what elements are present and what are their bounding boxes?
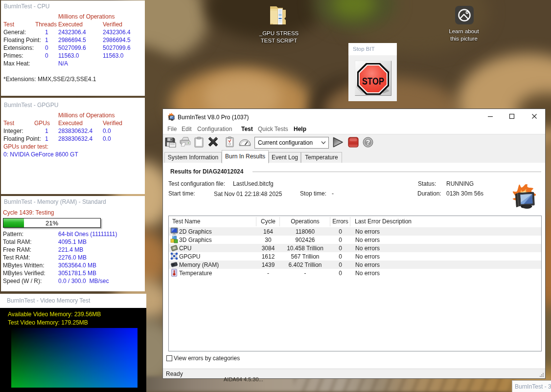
svg-text:STOP: STOP bbox=[362, 75, 384, 87]
svg-text:?: ? bbox=[366, 138, 370, 146]
